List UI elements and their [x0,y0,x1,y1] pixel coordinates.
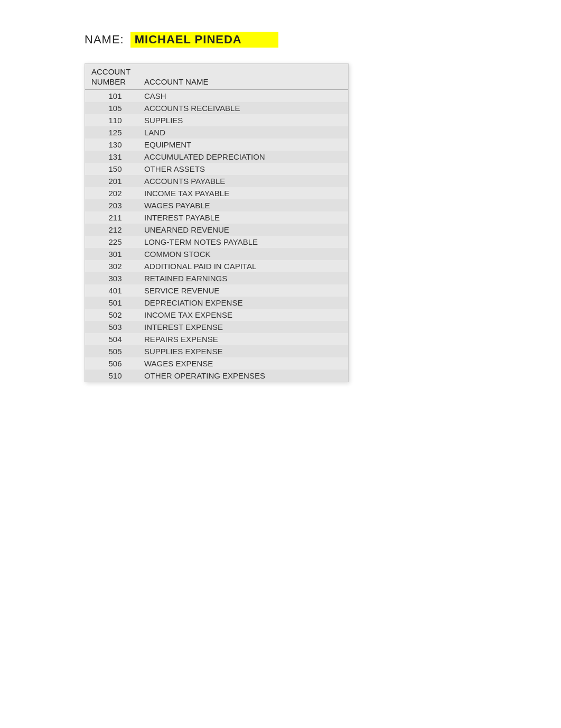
account-name: WAGES PAYABLE [144,201,210,210]
account-number: 503 [91,322,144,331]
table-row: 501DEPRECIATION EXPENSE [85,297,348,309]
account-name: ACCUMULATED DEPRECIATION [144,152,265,161]
account-name: UNEARNED REVENUE [144,225,229,234]
account-name: SUPPLIES EXPENSE [144,347,222,356]
accounts-table: ACCOUNT NUMBER ACCOUNT NAME 101CASH105AC… [85,63,349,382]
name-value: MICHAEL PINEDA [130,32,278,48]
account-name: ADDITIONAL PAID IN CAPITAL [144,262,256,271]
account-number: 125 [91,128,144,137]
account-name: EQUIPMENT [144,140,191,149]
account-number: 505 [91,347,144,356]
account-number: 302 [91,262,144,271]
account-name: INTEREST PAYABLE [144,213,220,222]
account-number: 510 [91,371,144,380]
name-section: NAME: MICHAEL PINEDA [85,32,519,48]
table-header-row: ACCOUNT [85,64,348,77]
account-header: ACCOUNT [91,67,144,76]
name-label: NAME: [85,33,124,47]
account-number: 203 [91,201,144,210]
table-row: 510OTHER OPERATING EXPENSES [85,370,348,382]
account-name: SERVICE REVENUE [144,286,219,295]
table-row: 506WAGES EXPENSE [85,357,348,370]
account-name: WAGES EXPENSE [144,359,213,368]
table-row: 125LAND [85,126,348,139]
table-row: 401SERVICE REVENUE [85,284,348,297]
account-name: OTHER ASSETS [144,164,205,173]
account-number: 105 [91,104,144,113]
table-row: 130EQUIPMENT [85,139,348,151]
table-row: 203WAGES PAYABLE [85,199,348,211]
account-number: 202 [91,189,144,198]
account-name: DEPRECIATION EXPENSE [144,298,242,307]
table-row: 201ACCOUNTS PAYABLE [85,175,348,187]
table-row: 212UNEARNED REVENUE [85,224,348,236]
account-name: INCOME TAX PAYABLE [144,189,229,198]
table-row: 502INCOME TAX EXPENSE [85,309,348,321]
table-row: 303RETAINED EARNINGS [85,272,348,284]
account-number: 401 [91,286,144,295]
account-number: 101 [91,91,144,100]
account-name: INTEREST EXPENSE [144,322,223,331]
table-row: 105ACCOUNTS RECEIVABLE [85,102,348,114]
account-name: SUPPLIES [144,116,183,125]
account-number: 131 [91,152,144,161]
table-row: 101CASH [85,90,348,102]
account-name: RETAINED EARNINGS [144,274,227,283]
account-number: 301 [91,250,144,259]
account-number: 211 [91,213,144,222]
col-name-header: ACCOUNT NAME [144,77,208,86]
account-name: COMMON STOCK [144,250,211,259]
account-name: LONG-TERM NOTES PAYABLE [144,237,258,246]
table-row: 225LONG-TERM NOTES PAYABLE [85,236,348,248]
account-number: 212 [91,225,144,234]
table-row: 150OTHER ASSETS [85,163,348,175]
table-row: 131ACCUMULATED DEPRECIATION [85,151,348,163]
table-row: 110SUPPLIES [85,114,348,126]
account-name: INCOME TAX EXPENSE [144,310,232,319]
table-row: 504REPAIRS EXPENSE [85,333,348,345]
account-name: OTHER OPERATING EXPENSES [144,371,265,380]
account-name: LAND [144,128,165,137]
table-subheader-row: NUMBER ACCOUNT NAME [85,77,348,90]
table-row: 202INCOME TAX PAYABLE [85,187,348,199]
account-number: 225 [91,237,144,246]
table-body: 101CASH105ACCOUNTS RECEIVABLE110SUPPLIES… [85,90,348,382]
account-name: REPAIRS EXPENSE [144,335,218,344]
col-number-header: NUMBER [91,77,144,86]
table-row: 505SUPPLIES EXPENSE [85,345,348,357]
account-name: ACCOUNTS RECEIVABLE [144,104,240,113]
account-name: CASH [144,91,166,100]
account-number: 504 [91,335,144,344]
account-number: 303 [91,274,144,283]
account-name: ACCOUNTS PAYABLE [144,177,225,186]
account-number: 502 [91,310,144,319]
account-number: 201 [91,177,144,186]
table-row: 211INTEREST PAYABLE [85,211,348,224]
account-number: 506 [91,359,144,368]
table-row: 301COMMON STOCK [85,248,348,260]
account-number: 130 [91,140,144,149]
account-number: 501 [91,298,144,307]
account-number: 150 [91,164,144,173]
account-number: 110 [91,116,144,125]
table-row: 503INTEREST EXPENSE [85,321,348,333]
table-row: 302ADDITIONAL PAID IN CAPITAL [85,260,348,272]
